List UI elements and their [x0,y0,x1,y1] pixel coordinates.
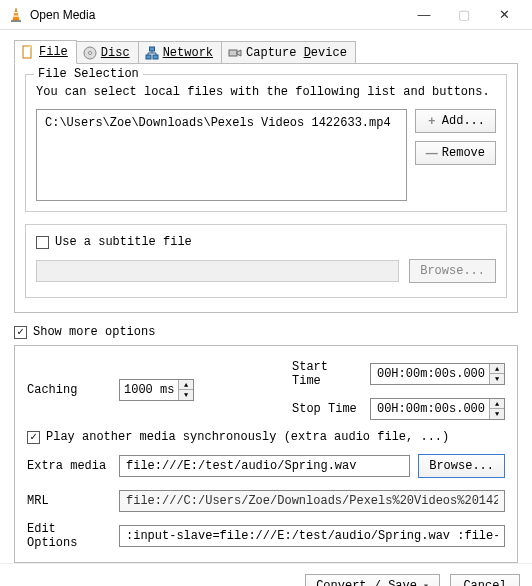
edit-options-input[interactable] [119,525,505,547]
network-icon [145,46,159,60]
start-up[interactable]: ▲ [490,364,504,374]
plus-icon: + [426,114,438,128]
svg-marker-0 [13,8,19,20]
stop-time-input[interactable] [371,402,489,416]
file-selection-desc: You can select local files with the foll… [36,85,496,99]
caching-up[interactable]: ▲ [179,380,193,390]
remove-button-label: Remove [442,146,485,160]
svg-rect-10 [149,47,154,51]
titlebar: Open Media — ▢ ✕ [0,0,532,30]
caching-label: Caching [27,383,111,397]
file-selection-group: File Selection You can select local file… [25,74,507,212]
extra-media-label: Extra media [27,459,111,473]
close-button[interactable]: ✕ [484,1,524,29]
convert-save-button[interactable]: Convert / Save [305,574,440,586]
extra-browse-button[interactable]: Browse... [418,454,505,478]
add-button[interactable]: +Add... [415,109,496,133]
tab-file[interactable]: File [14,40,77,64]
caching-input[interactable] [120,383,178,397]
vlc-icon [8,7,24,23]
svg-point-7 [88,51,91,54]
caching-spinbox[interactable]: ▲▼ [119,379,194,401]
file-list[interactable]: C:\Users\Zoe\Downloads\Pexels Videos 142… [36,109,407,201]
subtitle-group: Use a subtitle file Browse... [25,224,507,298]
show-more-row[interactable]: Show more options [14,325,518,339]
stop-down[interactable]: ▼ [490,409,504,419]
show-more-checkbox[interactable] [14,326,27,339]
play-another-checkbox[interactable] [27,431,40,444]
svg-rect-9 [153,55,158,59]
capture-icon [228,46,242,60]
tab-network[interactable]: Network [138,41,222,63]
file-selection-title: File Selection [34,67,143,81]
remove-button[interactable]: —Remove [415,141,496,165]
stop-time-label: Stop Time [292,402,362,416]
tab-disc[interactable]: Disc [76,41,139,63]
cancel-button[interactable]: Cancel [450,574,520,586]
advanced-options: Caching ▲▼ Start Time ▲▼ Stop Time [14,345,518,563]
show-more-label: Show more options [33,325,155,339]
mrl-input[interactable] [119,490,505,512]
svg-rect-3 [11,20,21,22]
extra-media-input[interactable] [119,455,410,477]
svg-rect-11 [229,50,237,56]
subtitle-checkbox[interactable] [36,236,49,249]
svg-rect-2 [14,15,18,16]
add-button-label: Add... [442,114,485,128]
minus-icon: — [426,146,438,160]
stop-up[interactable]: ▲ [490,399,504,409]
svg-rect-1 [15,12,18,13]
start-down[interactable]: ▼ [490,374,504,384]
disc-icon [83,46,97,60]
start-time-label: Start Time [292,360,362,388]
minimize-button[interactable]: — [404,1,444,29]
mrl-label: MRL [27,494,111,508]
edit-options-label: Edit Options [27,522,111,550]
svg-marker-12 [237,50,241,56]
subtitle-browse-button: Browse... [409,259,496,283]
source-tabs: File Disc Network Capture Device [14,40,518,64]
dialog-footer: Convert / Save Cancel [0,563,532,586]
subtitle-path-input [36,260,399,282]
tab-file-label: File [39,45,68,59]
tab-capture-label: Capture Device [246,46,347,60]
svg-rect-8 [146,55,151,59]
start-time-spinbox[interactable]: ▲▼ [370,363,505,385]
caching-down[interactable]: ▼ [179,390,193,400]
tab-network-label: Network [163,46,213,60]
window-controls: — ▢ ✕ [404,1,524,29]
stop-time-spinbox[interactable]: ▲▼ [370,398,505,420]
play-another-label: Play another media synchronously (extra … [46,430,449,444]
subtitle-label: Use a subtitle file [55,235,192,249]
start-time-input[interactable] [371,367,489,381]
file-icon [21,45,35,59]
tab-capture[interactable]: Capture Device [221,41,356,63]
window-title: Open Media [30,8,404,22]
file-list-item[interactable]: C:\Users\Zoe\Downloads\Pexels Videos 142… [45,116,398,130]
tab-disc-label: Disc [101,46,130,60]
maximize-button: ▢ [444,1,484,29]
file-panel: File Selection You can select local file… [14,64,518,313]
